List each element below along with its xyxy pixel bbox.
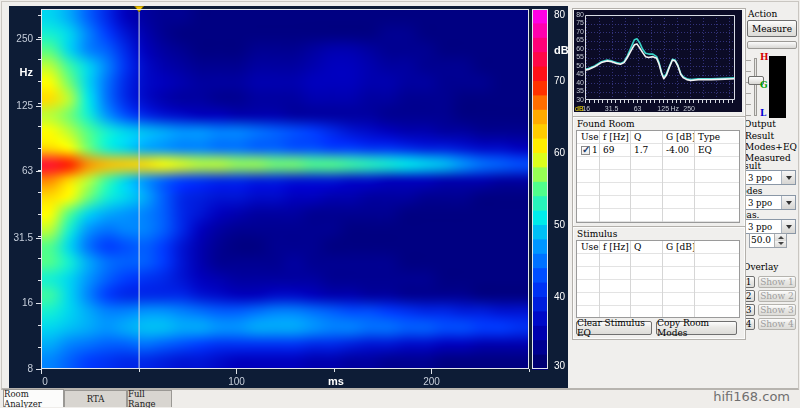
found-room-header-row: Use f [Hz] Q G [dB] Type	[577, 131, 739, 144]
col-use: Use	[577, 241, 599, 254]
t-spinner[interactable]: 50.0	[749, 233, 787, 248]
measure-progress-bar	[747, 41, 797, 49]
input-level-meter	[769, 56, 786, 118]
found-room-title: Found Room	[577, 119, 635, 129]
spectrogram-panel	[9, 6, 568, 388]
row-use-cell[interactable]: 1	[577, 144, 599, 157]
col-g: G [dB]	[662, 131, 694, 144]
result-checkbox-label: Result	[745, 131, 774, 141]
level-good-label: G	[760, 80, 768, 90]
row-use-checkbox[interactable]	[581, 146, 590, 155]
dropdown-arrow-icon[interactable]	[781, 171, 795, 184]
spectrogram-heatmap[interactable]	[9, 6, 568, 388]
col-f: f [Hz]	[599, 241, 630, 254]
modes-resolution-dropdown[interactable]: 3 ppo	[738, 195, 796, 210]
show-4-button[interactable]: Show 4	[758, 318, 796, 330]
copy-room-modes-button[interactable]: Copy Room Modes	[656, 321, 737, 335]
row-gain: -4.00	[662, 144, 694, 157]
col-use: Use	[577, 131, 599, 144]
tab-room-analyzer[interactable]: Room Analyzer	[3, 389, 64, 407]
row-type: EQ	[694, 144, 739, 157]
overlay-title: Overlay	[743, 262, 778, 272]
col-f: f [Hz]	[599, 131, 630, 144]
output-title: Output	[744, 119, 776, 129]
spinner-down-icon[interactable]	[775, 241, 786, 248]
response-graph-groupbox	[572, 8, 746, 118]
meas-resolution-dropdown[interactable]: 3 ppo	[738, 219, 796, 234]
stimulus-header-row: Use f [Hz] Q G [dB]	[577, 241, 739, 254]
show-3-button[interactable]: Show 3	[758, 304, 796, 316]
row-q: 1.7	[630, 144, 662, 157]
stimulus-title: Stimulus	[577, 229, 617, 239]
modes-eq-checkbox-label: Modes+EQ	[745, 142, 797, 152]
response-graph	[574, 10, 742, 112]
level-high-label: H	[760, 52, 769, 62]
watermark: hifi168.com	[713, 389, 790, 404]
found-room-row-1[interactable]: 1 69 1.7 -4.00 EQ	[577, 144, 739, 157]
dropdown-arrow-icon[interactable]	[781, 196, 795, 209]
dropdown-arrow-icon[interactable]	[781, 220, 795, 233]
tab-full-range[interactable]: Full Range	[127, 390, 172, 407]
stimulus-table[interactable]: Use f [Hz] Q G [dB]	[576, 240, 740, 318]
show-1-button[interactable]: Show 1	[758, 276, 796, 288]
show-2-button[interactable]: Show 2	[758, 290, 796, 302]
output-level-slider[interactable]	[754, 58, 757, 116]
col-g: G [dB]	[662, 241, 694, 254]
t-value: 50.0	[750, 234, 774, 247]
row-frequency: 69	[599, 144, 630, 157]
clear-stimulus-eq-button[interactable]: Clear Stimulus EQ	[576, 321, 652, 335]
col-q: Q	[630, 241, 662, 254]
measure-button[interactable]: Measure	[747, 20, 797, 37]
found-room-table[interactable]: Use f [Hz] Q G [dB] Type 1 69 1.7 -4.00 …	[576, 130, 740, 223]
stimulus-groupbox: Stimulus Use f [Hz] Q G [dB] Clear Stimu…	[572, 226, 746, 340]
level-low-label: L	[760, 108, 766, 118]
action-title: Action	[748, 9, 777, 19]
slider-tick-marks	[746, 60, 751, 116]
col-type: Type	[694, 131, 739, 144]
col-q: Q	[630, 131, 662, 144]
found-room-groupbox: Found Room Use f [Hz] Q G [dB] Type 1 69…	[572, 116, 746, 228]
main-client-area: Action Measure H G L Output Result Modes…	[1, 1, 799, 390]
tab-rta[interactable]: RTA	[64, 390, 127, 407]
row-number: 1	[592, 145, 598, 157]
result-resolution-dropdown[interactable]: 3 ppo	[738, 170, 796, 185]
